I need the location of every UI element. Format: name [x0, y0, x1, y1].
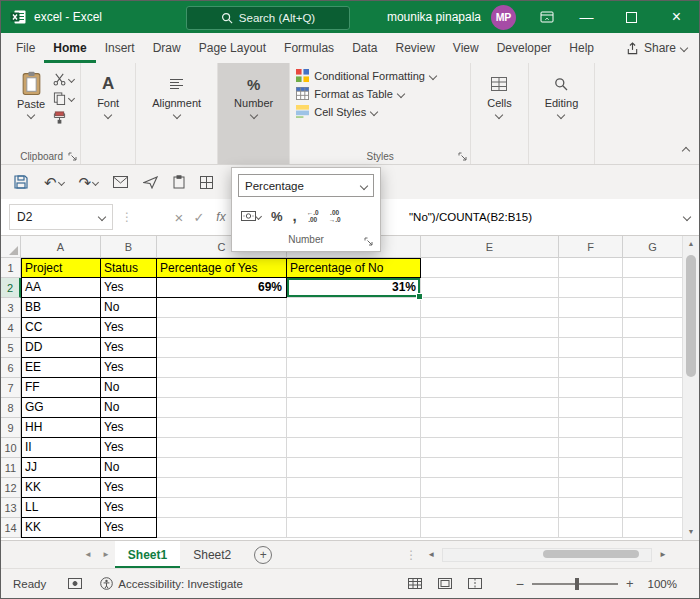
- cell[interactable]: [623, 478, 683, 498]
- tab-review[interactable]: Review: [386, 33, 443, 63]
- paste-button[interactable]: Paste: [9, 67, 53, 148]
- cell[interactable]: FF: [21, 378, 101, 398]
- cell[interactable]: [559, 378, 623, 398]
- paste-special-button[interactable]: [173, 175, 185, 189]
- cell[interactable]: KK: [21, 478, 101, 498]
- search-input[interactable]: Search (Alt+Q): [186, 6, 350, 30]
- minimize-button[interactable]: —: [564, 1, 609, 33]
- row-header[interactable]: 2: [1, 278, 21, 298]
- zoom-slider[interactable]: [532, 578, 618, 590]
- row-header[interactable]: 6: [1, 358, 21, 378]
- account-name[interactable]: mounika pinapala: [387, 10, 481, 24]
- cell[interactable]: Percentage of No: [287, 258, 421, 278]
- row-header[interactable]: 9: [1, 418, 21, 438]
- cell[interactable]: [559, 518, 623, 538]
- borders-button[interactable]: [200, 176, 213, 189]
- cell[interactable]: [157, 498, 287, 518]
- sheet-tab-sheet2[interactable]: Sheet2: [180, 541, 244, 568]
- tab-insert[interactable]: Insert: [96, 33, 144, 63]
- cell[interactable]: [421, 438, 559, 458]
- name-box[interactable]: D2: [9, 204, 113, 230]
- ribbon-display-options-icon[interactable]: [530, 1, 564, 33]
- cell[interactable]: [559, 478, 623, 498]
- cell[interactable]: [421, 478, 559, 498]
- cell[interactable]: [421, 338, 559, 358]
- send-button[interactable]: [143, 176, 158, 189]
- column-header-f[interactable]: F: [559, 236, 623, 258]
- column-header-b[interactable]: B: [101, 236, 157, 258]
- enter-button[interactable]: ✓: [189, 210, 209, 225]
- horizontal-scroll-thumb[interactable]: [543, 550, 639, 558]
- cell[interactable]: [623, 438, 683, 458]
- cell[interactable]: No: [101, 378, 157, 398]
- cell[interactable]: [421, 318, 559, 338]
- cell[interactable]: [623, 338, 683, 358]
- number-group-button[interactable]: % Number: [224, 67, 283, 148]
- percent-style-button[interactable]: %: [268, 207, 286, 226]
- number-format-select[interactable]: Percentage: [238, 174, 374, 197]
- tab-page-layout[interactable]: Page Layout: [190, 33, 275, 63]
- cell[interactable]: [559, 498, 623, 518]
- horizontal-scrollbar[interactable]: [442, 548, 652, 562]
- cell[interactable]: [287, 298, 421, 318]
- cell[interactable]: Yes: [101, 318, 157, 338]
- cell[interactable]: [421, 458, 559, 478]
- sheet-nav-left-icon[interactable]: ◄: [79, 550, 97, 559]
- select-all-button[interactable]: [1, 236, 21, 258]
- cell[interactable]: [157, 378, 287, 398]
- cell[interactable]: [623, 278, 683, 298]
- cell[interactable]: 69%: [157, 278, 287, 298]
- cell[interactable]: [559, 318, 623, 338]
- new-sheet-button[interactable]: +: [254, 546, 272, 564]
- cell[interactable]: KK: [21, 518, 101, 538]
- row-header[interactable]: 1: [1, 258, 21, 278]
- page-layout-view-button[interactable]: [438, 578, 452, 589]
- undo-button[interactable]: ↶: [44, 175, 64, 190]
- cell[interactable]: [421, 498, 559, 518]
- format-as-table-button[interactable]: Format as Table: [296, 87, 464, 100]
- cell[interactable]: Yes: [101, 338, 157, 358]
- cell[interactable]: EE: [21, 358, 101, 378]
- cell[interactable]: [623, 498, 683, 518]
- row-header[interactable]: 11: [1, 458, 21, 478]
- cell[interactable]: [157, 458, 287, 478]
- row-header[interactable]: 4: [1, 318, 21, 338]
- save-button[interactable]: [13, 174, 29, 190]
- cell[interactable]: DD: [21, 338, 101, 358]
- gripper-icon[interactable]: ⋮: [121, 210, 133, 224]
- column-header-g[interactable]: G: [623, 236, 683, 258]
- conditional-formatting-button[interactable]: Conditional Formatting: [296, 69, 464, 82]
- cell[interactable]: [287, 338, 421, 358]
- cell[interactable]: [287, 378, 421, 398]
- tab-view[interactable]: View: [444, 33, 488, 63]
- cell[interactable]: [623, 258, 683, 278]
- maximize-button[interactable]: [609, 1, 654, 33]
- cell[interactable]: [287, 438, 421, 458]
- redo-button[interactable]: ↷: [79, 175, 99, 190]
- zoom-slider-thumb[interactable]: [575, 578, 579, 590]
- cell[interactable]: [559, 258, 623, 278]
- macro-record-icon[interactable]: [68, 578, 82, 589]
- cell[interactable]: [623, 458, 683, 478]
- cell[interactable]: Yes: [101, 438, 157, 458]
- cell[interactable]: II: [21, 438, 101, 458]
- sheet-tab-sheet1[interactable]: Sheet1: [115, 541, 180, 568]
- cell[interactable]: [421, 298, 559, 318]
- accessibility-status[interactable]: Accessibility: Investigate: [100, 577, 243, 590]
- cell[interactable]: [287, 518, 421, 538]
- cell[interactable]: [623, 298, 683, 318]
- cell[interactable]: [157, 338, 287, 358]
- editing-group-button[interactable]: Editing: [535, 67, 589, 148]
- cell[interactable]: [157, 478, 287, 498]
- cell[interactable]: [559, 438, 623, 458]
- cell[interactable]: Yes: [101, 418, 157, 438]
- cell[interactable]: [157, 318, 287, 338]
- tab-developer[interactable]: Developer: [488, 33, 561, 63]
- cell[interactable]: [559, 418, 623, 438]
- sheet-nav-right-icon[interactable]: ►: [97, 550, 115, 559]
- cell[interactable]: Yes: [101, 278, 157, 298]
- tab-help[interactable]: Help: [560, 33, 603, 63]
- cell[interactable]: [421, 398, 559, 418]
- cell[interactable]: [623, 378, 683, 398]
- cell[interactable]: Yes: [101, 358, 157, 378]
